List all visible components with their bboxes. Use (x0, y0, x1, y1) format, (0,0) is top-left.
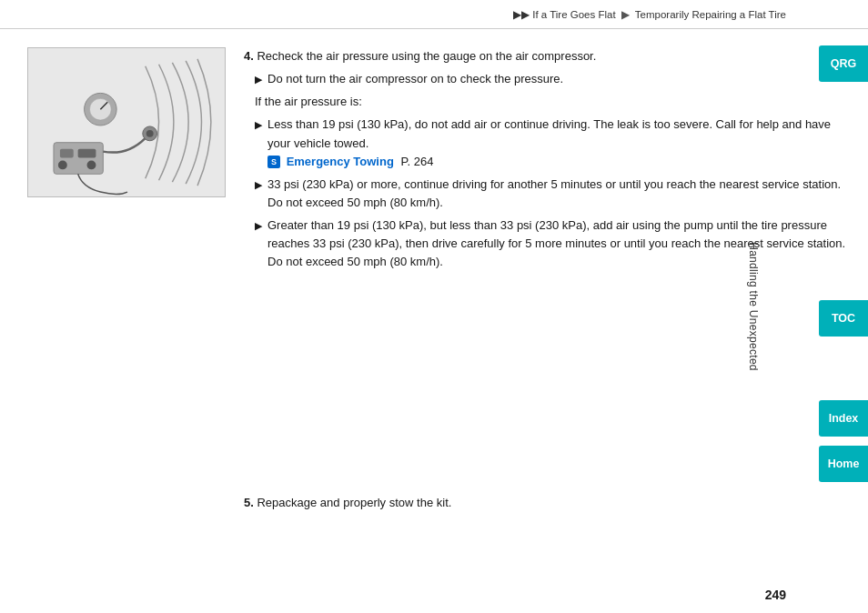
bullet-arrow-2: ▶ (255, 117, 262, 170)
step5-block: 5. Repackage and properly stow the kit. (244, 496, 786, 509)
svg-point-7 (146, 130, 154, 137)
if-pressure-label: If the air pressure is: (255, 93, 854, 111)
bullet-item-2: ▶ Less than 19 psi (130 kPa), do not add… (255, 116, 854, 170)
main-text-area: 4. Recheck the air pressure using the ga… (244, 47, 868, 272)
breadcrumb-part1: If a Tire Goes Flat (532, 9, 615, 20)
top-divider (0, 28, 797, 29)
bullet-text-3: 33 psi (230 kPa) or more, continue drivi… (267, 176, 854, 212)
bullet-text-2: Less than 19 psi (130 kPa), do not add a… (267, 116, 854, 170)
bullet-arrow-3: ▶ (255, 177, 262, 212)
step4-header: 4. Recheck the air pressure using the ga… (244, 47, 854, 65)
link-icon: S (267, 156, 280, 168)
toc-label: TOC (832, 312, 855, 325)
breadcrumb-bar: ▶▶ If a Tire Goes Flat ▶ Temporarily Rep… (0, 0, 868, 29)
tab-toc[interactable]: TOC (819, 300, 868, 337)
svg-point-4 (58, 160, 67, 169)
breadcrumb-arrow-prefix: ▶▶ (513, 9, 530, 20)
bullet-block: ▶ Do not turn the air compressor on to c… (255, 70, 854, 271)
svg-rect-3 (78, 149, 96, 158)
svg-rect-1 (54, 143, 103, 175)
svg-rect-2 (60, 149, 74, 158)
bullet-arrow-1: ▶ (255, 72, 262, 88)
bullet-item-4: ▶ Greater than 19 psi (130 kPa), but les… (255, 216, 854, 271)
bullet-item-3: ▶ 33 psi (230 kPa) or more, continue dri… (255, 176, 854, 212)
bullet-text-1: Do not turn the air compressor on to che… (267, 70, 854, 88)
breadcrumb-arrow1: ▶ (621, 9, 630, 20)
svg-point-5 (87, 160, 96, 169)
index-label: Index (829, 412, 859, 425)
tab-home[interactable]: Home (819, 446, 868, 482)
breadcrumb: ▶▶ If a Tire Goes Flat ▶ Temporarily Rep… (513, 8, 786, 21)
page-number: 249 (765, 588, 786, 602)
step4-number: 4. (244, 49, 254, 63)
link-row: S Emergency Towing P. 264 (267, 155, 433, 168)
emergency-towing-link[interactable]: Emergency Towing (287, 155, 398, 168)
breadcrumb-part2: Temporarily Repairing a Flat Tire (635, 9, 786, 20)
link-page: P. 264 (400, 155, 433, 168)
tab-index[interactable]: Index (819, 400, 868, 437)
bullet-arrow-4: ▶ (255, 218, 262, 271)
home-label: Home (828, 457, 860, 470)
bullet-text-4: Greater than 19 psi (130 kPa), but less … (267, 216, 854, 271)
step5-text: Repackage and properly stow the kit. (257, 496, 451, 509)
step4-intro: Recheck the air pressure using the gauge… (257, 49, 596, 63)
tire-repair-illustration (27, 47, 226, 197)
bullet-item-1: ▶ Do not turn the air compressor on to c… (255, 70, 854, 88)
step5-number: 5. (244, 496, 254, 509)
